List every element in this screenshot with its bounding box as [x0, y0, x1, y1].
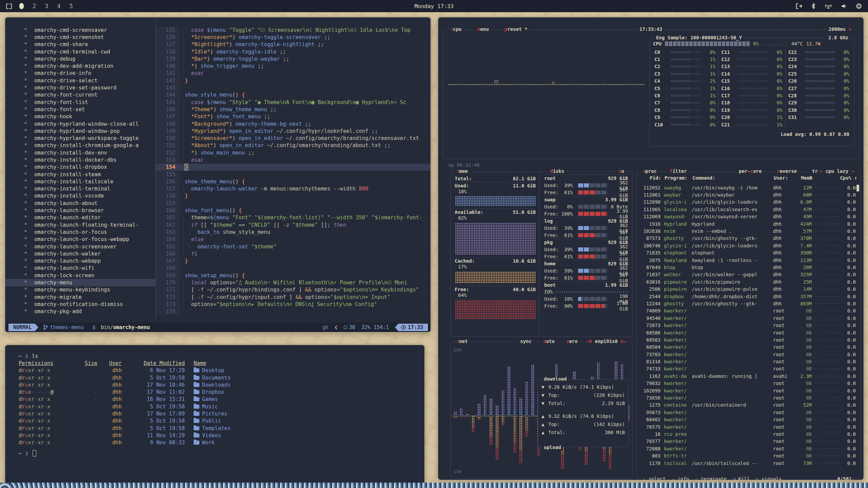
process-row[interactable]: 68586kworker/root0B·········0.0: [638, 329, 856, 336]
file-item[interactable]: *omarchy-hook: [5, 113, 155, 120]
code-line[interactable]: 135▏ case $(menu "Toggle" "⎚ Screensaver…: [156, 26, 431, 34]
process-row[interactable]: 102638nvimnvim --embed .dhh57M·········0…: [638, 227, 856, 235]
file-item[interactable]: *omarchy-install-chromium-google-a: [5, 142, 155, 149]
code-line[interactable]: 172▏ [ -f ~/.config/hypr/input.conf ] &&…: [156, 293, 431, 301]
code-line[interactable]: 161▏ theme=$(menu "Font" "$(omarchy-font…: [156, 214, 431, 221]
file-item[interactable]: *omarchy-font-list: [5, 99, 155, 106]
code-line[interactable]: 159: [156, 200, 431, 207]
workspace-2[interactable]: 2: [33, 3, 36, 9]
net-sync-toggle[interactable]: sync: [518, 339, 533, 344]
proc-reverse-toggle[interactable]: reverse: [775, 168, 798, 174]
net-auto-toggle[interactable]: auto: [541, 339, 556, 344]
code-pane[interactable]: 135▏ case $(menu "Toggle" "⎚ Screensaver…: [156, 17, 431, 323]
process-row[interactable]: 72073kworker/root0B·········0.0: [638, 322, 856, 329]
proc-action-terminate[interactable]: ⏎ terminate: [695, 476, 727, 481]
code-line[interactable]: 154}: [156, 164, 431, 171]
net-interface[interactable]: ←b enp191s0 n→: [585, 339, 628, 344]
proc-scrollbar[interactable]: [856, 185, 859, 191]
file-item[interactable]: *omarchy-migrate: [5, 293, 155, 301]
process-row[interactable]: 71835elephantelephantdhh390M·········0.0: [638, 249, 856, 257]
file-item[interactable]: *omarchy-launch-browser: [5, 207, 155, 214]
file-item[interactable]: *omarchy-hyprland-workspace-toggle: [5, 135, 155, 142]
file-item[interactable]: *omarchy-install-vscode: [5, 192, 155, 200]
file-item[interactable]: *omarchy-menu: [5, 279, 155, 286]
proc-action-signals[interactable]: ⌦ signals: [756, 476, 782, 481]
file-item[interactable]: *omarchy-font-set: [5, 106, 155, 113]
process-row[interactable]: 106746glycin-i/usr/lib/glycin-loadersdhh…: [638, 242, 856, 249]
code-line[interactable]: 163▏ ▏ back_to show_style_menu: [156, 228, 431, 236]
file-item[interactable]: *omarchy-install-tailscale: [5, 178, 155, 185]
process-row[interactable]: 112052swaybg/usr/bin/swaybg -i /homdhh12…: [638, 184, 856, 191]
code-line[interactable]: 170▏ local options="♫ Audio\n⌒ Wifi\nᛒ B…: [156, 279, 431, 286]
process-row[interactable]: 16rcu_preeroot0B·········0.0: [638, 430, 856, 438]
file-item[interactable]: *omarchy-launch-webapp: [5, 258, 155, 265]
code-line[interactable]: 157▏ omarchy-launch-walker -m menus:omar…: [156, 185, 431, 192]
code-line[interactable]: 165▏ ▏ omarchy-font-set "$theme": [156, 243, 431, 250]
process-row[interactable]: 68583kworker/root0B·········0.0: [638, 336, 856, 343]
code-line[interactable]: 150▏ *Screensaver*) open_in_editor ~/.co…: [156, 135, 431, 142]
file-item[interactable]: *omarchy-install-docker-dbs: [5, 156, 155, 163]
process-row[interactable]: 111965localsea/usr/lib/localsearch-exdhh…: [638, 206, 856, 213]
file-item[interactable]: *omarchy-launch-screensaver: [5, 243, 155, 250]
preset-button[interactable]: preset *: [503, 26, 529, 32]
code-line[interactable]: 152▏ *) show_main_menu ;;: [156, 149, 431, 156]
process-row[interactable]: 79032kworker/root0B·········0.0: [638, 380, 856, 387]
proc-action-info[interactable]: ↵ info: [672, 476, 689, 481]
file-item[interactable]: *omarchy-cmd-screensaver: [5, 26, 155, 34]
process-row[interactable]: 68402kworker/root0B·········0.0: [638, 416, 856, 423]
process-row[interactable]: 112069swayosd-/usr/bin/swayosd-serverdhh…: [638, 213, 856, 220]
code-line[interactable]: 160show_font_menu() {: [156, 207, 431, 214]
file-item[interactable]: *omarchy-cmd-terminal-cwd: [5, 48, 155, 55]
code-line[interactable]: 136▏ *Screensaver*) omarchy-toggle-scree…: [156, 34, 431, 41]
file-item[interactable]: *omarchy-install-terminal: [5, 185, 155, 192]
code-line[interactable]: 168: [156, 265, 431, 272]
process-row[interactable]: 74733kworker/root0B·········0.0: [638, 365, 856, 372]
workspace-5[interactable]: 5: [70, 3, 73, 9]
open-file-path[interactable]: bin/omarchy-menu: [101, 324, 150, 330]
code-line[interactable]: 155: [156, 171, 431, 178]
code-line[interactable]: 164▏ else: [156, 236, 431, 243]
proc-percore-toggle[interactable]: per-core: [737, 168, 763, 174]
code-line[interactable]: 138▏ *Idle*) omarchy-toggle-idle ;;: [156, 48, 431, 55]
process-row[interactable]: 81310kworker/root0B·········0.0: [638, 358, 856, 365]
process-row[interactable]: 63816pipewire/usr/bin/pipewiredhh25M····…: [638, 278, 856, 285]
process-row[interactable]: 72088kworker/root0B·········0.0: [638, 445, 856, 452]
file-item[interactable]: *omarchy-menu-keybindings: [5, 286, 155, 293]
bluetooth-icon[interactable]: [811, 3, 816, 9]
file-item[interactable]: *omarchy-drive-select: [5, 77, 155, 84]
file-item[interactable]: *omarchy-font-current: [5, 92, 155, 99]
file-item[interactable]: *omarchy-lock-screen: [5, 272, 155, 279]
code-line[interactable]: 143: [156, 84, 431, 91]
file-item[interactable]: *omarchy-notification-dismiss: [5, 301, 155, 308]
file-item[interactable]: *omarchy-pkg-add: [5, 308, 155, 315]
file-item[interactable]: *omarchy-install-dropbox: [5, 164, 155, 171]
code-line[interactable]: 169show_setup_menu() {: [156, 272, 431, 279]
process-row[interactable]: 73703kworker/root0B·········0.0: [638, 351, 856, 358]
process-row[interactable]: 74869kworker/root0B·········0.0: [638, 307, 856, 314]
code-line[interactable]: 140▏ *) show_trigger_menu ;;: [156, 62, 431, 69]
process-row[interactable]: 12244ghostty/usr/bin/ghostty --gtk-dhh86…: [638, 300, 856, 307]
process-row[interactable]: 87649btopbtopdhh26M·········0.0: [638, 264, 856, 271]
code-line[interactable]: 149▏ *Hyprland*) open_in_editor ~/.confi…: [156, 127, 431, 135]
process-row[interactable]: 76575kworker/root0B·········0.0: [638, 423, 856, 430]
code-line[interactable]: 174: [156, 308, 431, 315]
file-item[interactable]: *omarchy-launch-wifi: [5, 265, 155, 272]
file-item[interactable]: *omarchy-hyprland-window-close-all: [5, 120, 155, 127]
file-item[interactable]: *omarchy-hyprland-window-pop: [5, 127, 155, 135]
file-item[interactable]: *omarchy-launch-floating-terminal-: [5, 221, 155, 228]
file-item[interactable]: *omarchy-debug: [5, 55, 155, 62]
volume-icon[interactable]: [841, 3, 847, 9]
code-line[interactable]: 144show_style_menu() {: [156, 92, 431, 99]
file-item[interactable]: *omarchy-install-steam: [5, 171, 155, 178]
process-row[interactable]: 87573ghostty/usr/bin/ghostty --gtk-dhh37…: [638, 235, 856, 242]
workspace-3[interactable]: 3: [45, 3, 48, 9]
file-item[interactable]: *omarchy-drive-info: [5, 70, 155, 77]
code-line[interactable]: 162▏ if [[ "$theme" == "CNCLD" || -z "$t…: [156, 221, 431, 228]
net-zero-toggle[interactable]: zero: [565, 339, 579, 344]
code-line[interactable]: 153▏ esac: [156, 156, 431, 163]
code-line[interactable]: 142}: [156, 77, 431, 84]
workspace-1-active[interactable]: [19, 3, 24, 9]
process-row[interactable]: 95673kworker/root0B·········0.0: [638, 409, 856, 416]
code-line[interactable]: 139▏ *Bar*) omarchy-toggle-waybar ;;: [156, 55, 431, 62]
process-row[interactable]: 1170tailscal/usr/sbin/tailscaled --root7…: [638, 460, 856, 467]
